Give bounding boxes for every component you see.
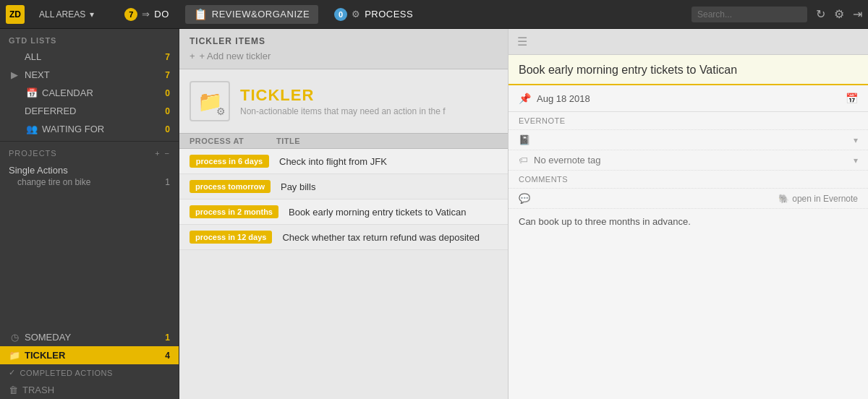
add-tickler-button[interactable]: + + Add new tickler	[190, 51, 498, 61]
review-label: REVIEW&ORGANIZE	[212, 9, 310, 20]
top-nav: ZD ALL AREAS ▾ 7 ⇒ DO 📋 REVIEW&ORGANIZE …	[0, 0, 868, 29]
area-chevron: ▾	[90, 9, 94, 20]
pin-icon: 📌	[519, 93, 531, 104]
process-icon: ⚙	[352, 9, 360, 20]
comments-label: COMMENTS	[509, 171, 868, 189]
col-title-header: TITLE	[276, 137, 300, 145]
review-section[interactable]: 📋 REVIEW&ORGANIZE	[185, 5, 318, 24]
open-evernote-label: open in Evernote	[792, 194, 858, 204]
evernote-link-icon: 🐘	[778, 194, 789, 204]
panel-header: TICKLER ITEMS + + Add new tickler	[179, 29, 508, 69]
evernote-section-label: EVERNOTE	[509, 112, 868, 130]
evernote-chevron-1: ▾	[854, 135, 858, 145]
review-icon: 📋	[194, 8, 208, 21]
do-label: DO	[154, 9, 169, 20]
change-tire-sub: change tire on bike 1	[9, 176, 170, 189]
sidebar-item-next[interactable]: ▶ NEXT 7	[0, 66, 179, 84]
detail-title: Book early morning entry tickets to Vati…	[519, 64, 858, 77]
waiting-icon: 👥	[26, 124, 38, 134]
sidebar-item-waiting[interactable]: 👥 WAITING FOR 0	[17, 120, 179, 138]
tickler-icon: 📁	[9, 350, 20, 361]
table-row[interactable]: process in 12 days Check whether tax ret…	[179, 225, 508, 250]
calendar-label: CALENDAR	[42, 87, 165, 98]
search-input[interactable]	[692, 7, 807, 22]
process-section[interactable]: 0 ⚙ PROCESS	[327, 5, 420, 24]
process-badge: process in 6 days	[190, 155, 269, 168]
evernote-book-icon: 📓	[519, 134, 530, 145]
sidebar-item-calendar[interactable]: 📅 CALENDAR 0	[17, 84, 179, 102]
sidebar-item-all[interactable]: ALL 7	[0, 48, 179, 66]
evernote-chevron-2: ▾	[854, 155, 858, 166]
tickler-count: 4	[165, 351, 170, 361]
all-count: 7	[165, 52, 170, 62]
waiting-label: WAITING FOR	[42, 124, 165, 134]
sidebar-item-tickler[interactable]: 📁 TICKLER 4	[0, 346, 179, 364]
do-badge: 7	[124, 8, 137, 21]
process-badge: process in 12 days	[190, 231, 272, 244]
single-actions-name: Single Actions	[9, 165, 170, 176]
do-arrow: ⇒	[142, 9, 150, 20]
logo: ZD	[6, 5, 25, 24]
projects-add-icon[interactable]: +	[155, 149, 160, 158]
gear-icon: ⚙	[216, 106, 226, 117]
export-icon[interactable]: ⇥	[853, 7, 862, 21]
tickler-info: 📁 ⚙ TICKLER Non-actionable items that ma…	[179, 69, 508, 133]
sidebar-item-someday[interactable]: ◷ SOMEDAY 1	[0, 328, 179, 346]
calendar-detail-icon[interactable]: 📅	[846, 93, 858, 104]
sidebar-item-trash[interactable]: 🗑 TRASH	[0, 381, 179, 399]
area-label: ALL AREAS	[39, 9, 85, 20]
tickler-icon-box: 📁 ⚙	[190, 81, 230, 121]
row-title: Check into flight from JFK	[279, 156, 498, 167]
panel-header-title: TICKLER ITEMS	[190, 36, 498, 46]
change-tire-count: 1	[165, 177, 170, 187]
deferred-count: 0	[165, 106, 170, 116]
refresh-icon[interactable]: ↻	[816, 7, 825, 21]
someday-icon: ◷	[9, 332, 20, 343]
all-label: ALL	[25, 51, 165, 62]
projects-label: PROJECTS	[9, 149, 155, 158]
projects-collapse-icon[interactable]: −	[165, 149, 170, 158]
add-label: + Add new tickler	[200, 51, 271, 61]
tickler-title: TICKLER	[240, 86, 446, 105]
someday-label: SOMEDAY	[25, 332, 165, 343]
right-panel-toolbar: ☰	[509, 29, 868, 55]
table-row[interactable]: process in 2 months Book early morning e…	[179, 200, 508, 225]
process-badge: process tomorrow	[190, 180, 271, 193]
tickler-sub: Non-actionable items that may need an ac…	[240, 106, 446, 116]
waiting-count: 0	[165, 124, 170, 134]
deferred-label: DEFERRED	[25, 106, 165, 116]
nav-right: ↻ ⚙ ⇥	[692, 7, 862, 22]
settings-icon[interactable]: ⚙	[834, 7, 844, 21]
comments-text: COMMENTS	[519, 175, 568, 184]
comment-text: Can book up to three months in advance.	[509, 209, 868, 234]
do-section[interactable]: 7 ⇒ DO	[117, 5, 176, 24]
add-icon: +	[190, 51, 195, 61]
detail-meta: 📌 Aug 18 2018 📅	[509, 85, 868, 112]
sidebar: GTD LISTS ALL 7 ▶ NEXT 7 📅 CALENDAR 0 DE…	[0, 29, 179, 399]
trash-icon: 🗑	[9, 385, 18, 395]
open-evernote-link[interactable]: 🐘 open in Evernote	[778, 194, 858, 204]
row-title: Pay bills	[281, 181, 498, 192]
projects-header: PROJECTS + −	[0, 145, 179, 162]
projects-icons: + −	[155, 149, 170, 158]
area-selector[interactable]: ALL AREAS ▾	[33, 7, 100, 22]
calendar-icon: 📅	[26, 87, 38, 98]
next-label: NEXT	[25, 69, 165, 80]
evernote-tag-icon: 🏷	[519, 155, 528, 166]
sidebar-item-deferred[interactable]: DEFERRED 0	[0, 102, 179, 120]
sidebar-item-completed[interactable]: ✓ COMPLETED ACTIONS	[0, 364, 179, 381]
table-row[interactable]: process in 6 days Check into flight from…	[179, 149, 508, 174]
comments-row: 💬 🐘 open in Evernote	[509, 189, 868, 209]
table-row[interactable]: process tomorrow Pay bills	[179, 174, 508, 200]
evernote-row-1: 📓 ▾	[509, 130, 868, 150]
drag-icon: ☰	[517, 35, 527, 48]
sidebar-divider-1	[0, 141, 179, 142]
evernote-tag-input[interactable]	[534, 155, 848, 166]
project-single-actions[interactable]: Single Actions change tire on bike 1	[0, 162, 179, 192]
detail-title-area: Book early morning entry tickets to Vati…	[509, 55, 868, 85]
process-badge: 0	[334, 8, 347, 21]
meta-date: Aug 18 2018	[537, 93, 840, 104]
completed-icon: ✓	[9, 368, 16, 377]
right-panel: ☰ Book early morning entry tickets to Va…	[509, 29, 868, 399]
row-title: Book early morning entry tickets to Vati…	[289, 207, 498, 218]
